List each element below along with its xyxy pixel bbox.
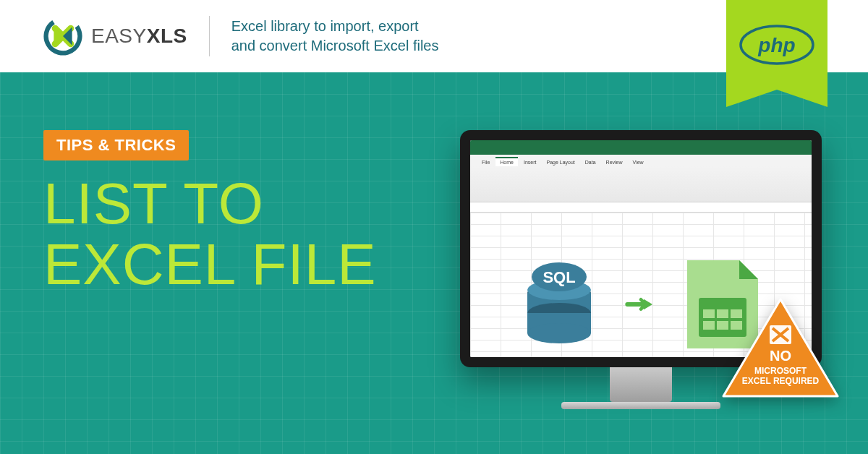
logo-prefix: EASY bbox=[91, 25, 147, 47]
excel-tab: Insert bbox=[519, 158, 541, 166]
tech-ribbon: php bbox=[726, 0, 827, 90]
svg-rect-12 bbox=[703, 309, 715, 318]
excel-titlebar bbox=[470, 140, 812, 155]
triangle-text: NO MICROSOFT EXCEL REQUIRED bbox=[719, 347, 842, 387]
monitor-foot bbox=[561, 402, 720, 409]
excel-tab: Data bbox=[581, 158, 600, 166]
logo-text: EASYXLS bbox=[91, 25, 187, 48]
excel-tab-strip: File Home Insert Page Layout Data Review… bbox=[470, 155, 812, 166]
excel-tab: Review bbox=[602, 158, 627, 166]
excel-formula-bar bbox=[470, 202, 812, 213]
svg-text:SQL: SQL bbox=[542, 268, 575, 286]
excel-tab: Page Layout bbox=[542, 158, 579, 166]
svg-point-7 bbox=[527, 323, 591, 343]
header-divider bbox=[209, 16, 210, 56]
svg-text:php: php bbox=[757, 34, 795, 56]
excel-tab: File bbox=[477, 158, 494, 166]
tagline-line2: and convert Microsoft Excel files bbox=[231, 36, 439, 56]
tips-badge: TIPS & TRICKS bbox=[43, 130, 189, 160]
easyxls-logo-icon bbox=[43, 17, 82, 56]
badge-line2: MICROSOFT bbox=[754, 366, 807, 376]
badge-no: NO bbox=[719, 347, 842, 364]
excel-tab: Home bbox=[495, 157, 518, 166]
headline: LIST TO EXCEL FILE bbox=[43, 174, 377, 295]
php-badge-icon: php bbox=[739, 25, 814, 65]
excel-ribbon bbox=[470, 166, 812, 202]
tagline-line1: Excel library to import, export bbox=[231, 17, 439, 36]
excel-tab: View bbox=[629, 158, 648, 166]
badge-line3: EXCEL REQUIRED bbox=[742, 376, 819, 386]
svg-rect-15 bbox=[703, 321, 715, 330]
headline-line2: EXCEL FILE bbox=[43, 234, 377, 295]
warning-triangle-badge: NO MICROSOFT EXCEL REQUIRED bbox=[719, 295, 842, 406]
monitor-stand bbox=[610, 367, 672, 402]
main-panel: TIPS & TRICKS LIST TO EXCEL FILE File Ho… bbox=[0, 72, 868, 454]
sql-database-icon: SQL bbox=[519, 261, 599, 348]
logo-suffix: XLS bbox=[147, 25, 187, 47]
tagline: Excel library to import, export and conv… bbox=[231, 17, 439, 56]
headline-line1: LIST TO bbox=[43, 174, 377, 234]
arrow-right-icon bbox=[619, 297, 663, 312]
logo-block: EASYXLS bbox=[43, 17, 187, 56]
